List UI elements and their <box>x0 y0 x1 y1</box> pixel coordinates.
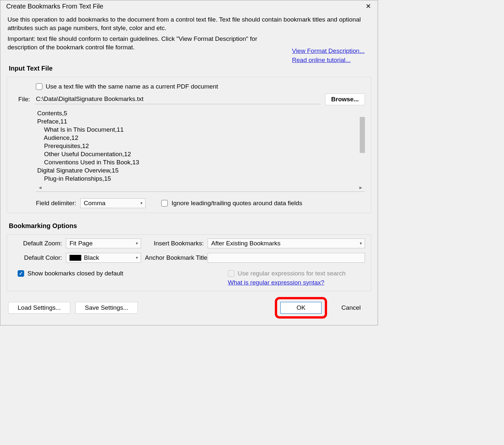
input-file-path[interactable] <box>35 94 321 104</box>
label-insert-bookmarks: Insert Bookmarks: <box>145 240 204 247</box>
select-insert-bookmarks[interactable]: After Existing Bookmarks ▾ <box>208 239 365 248</box>
chevron-down-icon: ▾ <box>136 241 138 246</box>
checkbox-ignore-quotes[interactable] <box>161 200 168 206</box>
label-file: File: <box>16 96 30 103</box>
select-default-zoom[interactable]: Fit Page ▾ <box>66 239 141 248</box>
chevron-down-icon: ▾ <box>360 241 362 246</box>
input-section-legend: Input Text File <box>9 65 378 72</box>
chevron-down-icon: ▾ <box>140 201 143 206</box>
browse-button[interactable]: Browse... <box>325 93 365 105</box>
title-bar: Create Bookmarks From Text File ✕ <box>0 0 378 11</box>
ok-button-highlight: OK <box>275 297 327 319</box>
select-insert-value: After Existing Bookmarks <box>211 240 280 247</box>
scroll-left-icon[interactable]: ◄ <box>38 185 42 190</box>
close-icon[interactable]: ✕ <box>364 2 373 10</box>
checkbox-show-closed[interactable]: ✓ <box>18 270 24 277</box>
help-links: View Format Description... Read online t… <box>292 47 365 66</box>
label-anchor-title: Anchor Bookmark Title: <box>145 254 204 261</box>
label-use-same-name: Use a text file with the same name as a … <box>46 83 218 90</box>
scroll-right-icon[interactable]: ► <box>358 185 363 190</box>
link-regex-syntax[interactable]: What is regular expression syntax? <box>228 279 324 286</box>
scrollbar-vertical[interactable] <box>360 117 365 153</box>
label-use-regex: Use regular expressions for text search <box>238 270 346 277</box>
select-color-value: Black <box>84 254 99 261</box>
dialog-create-bookmarks: Create Bookmarks From Text File ✕ Use th… <box>0 0 378 325</box>
label-delimiter: Field delimiter: <box>36 200 76 207</box>
color-swatch-icon <box>70 255 81 261</box>
label-ignore-quotes: Ignore leading/trailing quotes around da… <box>172 200 302 207</box>
dialog-footer: Load Settings... Save Settings... OK Can… <box>0 291 378 320</box>
chevron-down-icon: ▾ <box>136 255 138 260</box>
group-bookmarking-options: Default Zoom: Fit Page ▾ Insert Bookmark… <box>7 234 371 291</box>
select-delimiter[interactable]: Comma ▾ <box>80 198 146 208</box>
scrollbar-horizontal[interactable]: ◄ ► <box>36 184 365 191</box>
save-settings-button[interactable]: Save Settings... <box>75 302 138 314</box>
intro-p1: Use this operation to add bookmarks to t… <box>8 15 370 32</box>
input-anchor-title[interactable] <box>208 253 365 263</box>
cancel-button[interactable]: Cancel <box>332 302 370 313</box>
select-default-color[interactable]: Black ▾ <box>66 253 141 263</box>
label-default-color: Default Color: <box>13 254 62 261</box>
intro-p2: Important: text file should conform to c… <box>8 35 269 51</box>
link-read-tutorial[interactable]: Read online tutorial... <box>292 57 365 64</box>
label-default-zoom: Default Zoom: <box>13 240 62 247</box>
label-show-closed: Show bookmarks closed by default <box>27 270 123 277</box>
load-settings-button[interactable]: Load Settings... <box>8 302 70 314</box>
checkbox-use-regex <box>228 270 234 277</box>
select-zoom-value: Fit Page <box>70 240 93 247</box>
dialog-title: Create Bookmarks From Text File <box>6 3 103 10</box>
preview-pane[interactable]: Contents,5 Preface,11 What Is in This Do… <box>36 107 365 184</box>
ok-button[interactable]: OK <box>280 302 321 314</box>
options-section-legend: Bookmarking Options <box>9 222 378 230</box>
select-delimiter-value: Comma <box>84 200 106 207</box>
checkbox-use-same-name[interactable] <box>36 83 42 90</box>
link-view-format[interactable]: View Format Description... <box>292 47 365 55</box>
group-input-text-file: Use a text file with the same name as a … <box>7 77 371 213</box>
